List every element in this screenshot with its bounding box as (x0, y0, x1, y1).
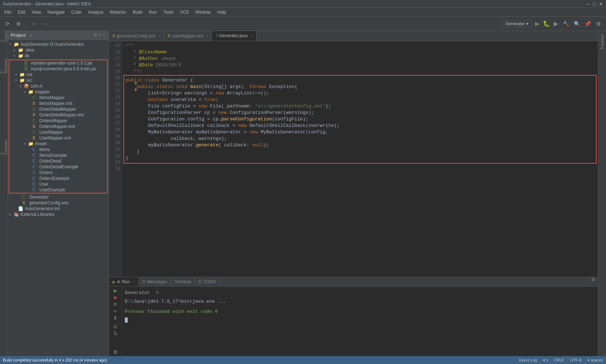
menu-file[interactable]: File (1, 9, 14, 15)
tree-jar-mysql[interactable]: 🗄 mysql-connector-java-5.0.8-bin.jar (9, 66, 107, 72)
menu-build[interactable]: Build (130, 9, 145, 15)
menu-vcs[interactable]: VCS (177, 9, 192, 15)
tab-usermapper[interactable]: X UserMapper.xml × (164, 31, 212, 41)
database-icon[interactable]: Database (600, 34, 604, 49)
tree-jar-mybatis[interactable]: 🗄 mybatis-generator-core-1.3.2.jar (9, 60, 107, 66)
build-btn[interactable]: 🔨 (561, 19, 571, 28)
tree-generator-config[interactable]: X generatorConfig.xml (8, 200, 109, 206)
tree-src-label: src (26, 78, 32, 83)
favorites-icon[interactable]: 2: Favorites (0, 143, 8, 151)
tree-orderdetail-example[interactable]: C OrderDetailExample (9, 164, 107, 170)
tab-generator[interactable]: J Generator.java × (212, 31, 256, 41)
project-icon[interactable]: 1: Project (0, 32, 8, 40)
coverage-button[interactable]: ▶ (552, 20, 560, 28)
run-side-print-btn[interactable]: 🖨 (112, 324, 119, 329)
menu-tools[interactable]: Tools (161, 9, 176, 15)
menu-edit[interactable]: Edit (15, 9, 28, 15)
tree-root[interactable]: ▾ 📁 AutoGenerator D:\AutoGenerator (8, 41, 109, 47)
bottom-tab-run-close[interactable]: × (133, 280, 135, 284)
tree-model[interactable]: ▾ 📁 model (9, 141, 107, 147)
gear-btn[interactable]: ⚙ (594, 19, 603, 28)
project-collapse-icon[interactable]: − (103, 32, 106, 38)
tree-comit[interactable]: ▾ 📦 com.it (9, 83, 107, 89)
bottom-gear-icon[interactable]: ⚙ (591, 277, 595, 286)
tree-generator[interactable]: C Generator (8, 194, 109, 200)
tree-items-mapper-xml[interactable]: X ItemsMapper.xml (9, 101, 107, 106)
run-side-sort-btn[interactable]: ⇅ (112, 330, 119, 336)
code-content[interactable]: ▶ ▶ /** * @ClassName * @Author shuyy * @… (122, 41, 598, 277)
menu-refactor[interactable]: Refactor (107, 9, 129, 15)
bottom-tab-terminal[interactable]: Terminal (171, 277, 195, 286)
tree-orders-mapper[interactable]: C OrdersMapper (9, 118, 107, 124)
tree-orderdetail[interactable]: C OrderDetail (9, 158, 107, 164)
tree-items-mapper[interactable]: C ItemsMapper (9, 95, 107, 101)
run-config-selector[interactable]: Generator ▾ (502, 20, 532, 27)
run-side-run-btn[interactable]: ▶ (112, 288, 119, 293)
toolbar-settings-btn[interactable]: ⚙ (14, 19, 23, 28)
tree-user-example[interactable]: C UserExample (9, 187, 107, 193)
tree-autogenerator-iml-label: AutoGenerator.iml (25, 206, 60, 211)
tree-items-label: Items (39, 147, 50, 152)
tree-orders[interactable]: C Orders (9, 170, 107, 176)
fold-arrow-21[interactable]: ▶ (135, 86, 137, 93)
tree-external-libs[interactable]: ▸ 📚 External Libraries (8, 212, 109, 217)
run-side-clear-btn[interactable]: 🗑 (112, 349, 119, 355)
menu-navigate[interactable]: Navigate (45, 9, 67, 15)
tree-orderdetail-label: OrderDetail (39, 159, 61, 164)
run-button[interactable]: ▶ (533, 20, 541, 28)
tab-generatorconfig-close[interactable]: × (158, 34, 161, 38)
close-btn[interactable]: ✕ (599, 1, 603, 7)
toolbar-forward-btn[interactable]: → (40, 19, 49, 28)
project-gear-icon[interactable]: ⚙ (93, 32, 97, 38)
tree-orderdetail-mapper-xml[interactable]: X OrderDetailMapper.xml (9, 112, 107, 118)
project-dropdown-icon[interactable]: ▾ (30, 34, 32, 37)
line-separator[interactable]: CRLF (554, 358, 565, 362)
toolbar-sync-btn[interactable]: ⟳ (3, 19, 12, 28)
indent[interactable]: 4 spaces (587, 358, 603, 362)
encoding[interactable]: UTF-8 (570, 358, 581, 362)
tree-items-example[interactable]: C ItemsExample (9, 152, 107, 158)
tree-mapper[interactable]: ▾ 📁 mapper (9, 89, 107, 95)
search-everywhere-btn[interactable]: 🔍 (572, 19, 581, 28)
tree-external-libs-label: External Libraries (21, 212, 54, 217)
tree-orders-example[interactable]: C OrdersExample (9, 176, 107, 181)
event-log-link[interactable]: Event Log (519, 358, 537, 362)
tree-user-example-label: UserExample (39, 187, 65, 192)
run-side-scroll-btn[interactable]: ⬇ (112, 315, 119, 321)
menu-window[interactable]: Window (192, 9, 214, 15)
fold-arrow-20[interactable]: ▶ (135, 80, 137, 86)
minimize-btn[interactable]: ─ (587, 1, 590, 7)
menu-run[interactable]: Run (146, 9, 160, 15)
tree-src[interactable]: ▾ 📁 src (9, 77, 107, 83)
structure-icon[interactable]: 2: Structure (0, 63, 8, 70)
tree-lib[interactable]: ▾ 📁 lib (8, 53, 109, 59)
bottom-tab-messages[interactable]: 0: Messages (139, 277, 171, 286)
tree-orderdetail-mapper[interactable]: C OrderDetailMapper (9, 106, 107, 112)
run-side-stop-btn[interactable]: ■ (112, 295, 119, 300)
debug-button[interactable]: 🐛 (543, 20, 550, 28)
maximize-btn[interactable]: □ (593, 1, 596, 7)
tree-items[interactable]: C Items (9, 147, 107, 152)
bottom-tab-todo[interactable]: 6: TODO (195, 277, 220, 286)
window-controls[interactable]: ─ □ ✕ (587, 1, 603, 7)
tab-generatorconfig[interactable]: X generatorConfig.xml × (109, 31, 164, 41)
tree-user-mapper[interactable]: C UserMapper (9, 129, 107, 135)
tree-orders-mapper-xml[interactable]: X OrdersMapper.xml (9, 124, 107, 129)
menu-view[interactable]: View (29, 9, 44, 15)
toolbar-back-btn[interactable]: ← (29, 19, 39, 28)
tree-user[interactable]: C User (9, 181, 107, 187)
tree-out[interactable]: ▾ 📁 out (9, 72, 107, 77)
tree-idea[interactable]: ▸ 📁 .idea (8, 47, 109, 53)
menu-analyze[interactable]: Analyze (85, 9, 106, 15)
run-side-rerun-btn[interactable]: ⟳ (112, 302, 119, 307)
bottom-tab-run[interactable]: ▶ 4: Run × (109, 277, 139, 286)
run-side-filter-btn[interactable]: ≡ (112, 308, 119, 314)
menu-help[interactable]: Help (214, 9, 229, 15)
tab-generator-close[interactable]: × (250, 34, 252, 37)
tab-usermapper-close[interactable]: × (206, 34, 208, 38)
menu-code[interactable]: Code (68, 9, 84, 15)
tree-user-mapper-xml[interactable]: X UserMapper.xml (9, 135, 107, 141)
pin-btn[interactable]: 📌 (583, 19, 592, 28)
tree-autogenerator-iml[interactable]: 📄 AutoGenerator.iml (8, 206, 109, 212)
project-expand-icon[interactable]: ≡ (99, 32, 101, 38)
